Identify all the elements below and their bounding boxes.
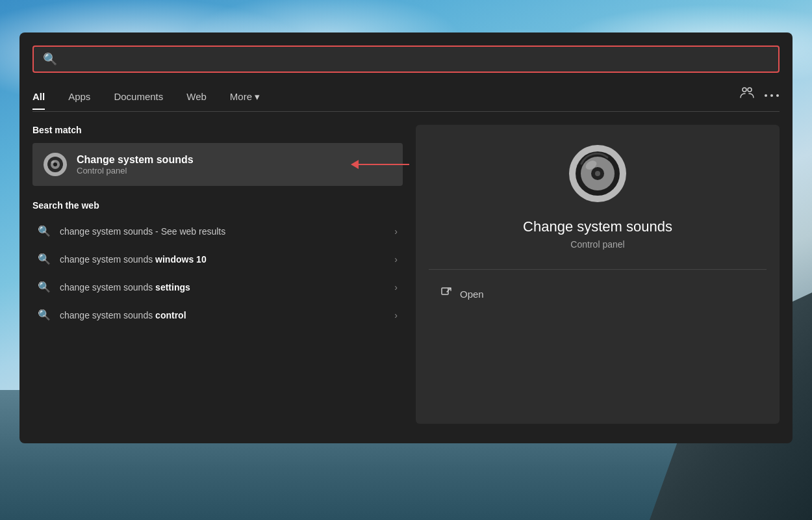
open-action[interactable]: Open [435,280,760,307]
best-match-label: Best match [32,125,403,135]
tabs-right-icons [739,84,780,111]
web-search-text-2: change system sounds windows 10 [60,254,385,265]
search-panel: 🔍 change system sounds All Apps Document… [19,32,793,443]
web-search-icon-4: 🔍 [38,309,51,321]
open-label: Open [460,289,484,300]
tab-all[interactable]: All [32,86,57,110]
chevron-down-icon: ▾ [255,91,260,103]
web-search-text-4: change system sounds control [60,310,385,320]
tab-web[interactable]: Web [175,86,218,110]
search-web-label: Search the web [32,200,403,211]
tabs-row: All Apps Documents Web More ▾ [32,84,780,112]
web-search-text-3: change system sounds settings [60,282,385,292]
tab-more-label: More [230,91,252,102]
search-icon: 🔍 [43,52,57,66]
arrow-line [357,164,409,165]
best-match-subtitle: Control panel [77,166,194,176]
right-panel-actions: Open [429,270,767,318]
best-match-title: Change system sounds [77,154,194,166]
chevron-right-icon-1: › [394,226,398,237]
svg-point-3 [770,94,773,97]
tab-documents[interactable]: Documents [102,86,175,110]
svg-point-2 [765,94,767,97]
web-search-item-2[interactable]: 🔍 change system sounds windows 10 › [32,245,403,273]
right-panel-title: Change system sounds [523,218,672,235]
web-search-icon-3: 🔍 [38,281,51,293]
web-search-item-3[interactable]: 🔍 change system sounds settings › [32,273,403,301]
left-panel: Best match Change system sounds Control … [32,125,403,424]
svg-point-1 [748,88,752,92]
chevron-right-icon-4: › [394,310,398,320]
user-icon-button[interactable] [739,84,755,103]
chevron-right-icon-2: › [394,254,398,265]
search-input[interactable]: change system sounds [64,53,769,66]
best-match-item[interactable]: Change system sounds Control panel [32,143,403,186]
more-options-button[interactable] [764,87,780,101]
svg-point-8 [53,162,57,166]
web-search-item-4[interactable]: 🔍 change system sounds control › [32,301,403,329]
svg-point-0 [742,88,746,92]
web-search-icon-1: 🔍 [38,225,51,237]
arrow-annotation [351,160,409,169]
svg-point-14 [595,171,600,176]
right-panel-subtitle: Control panel [570,239,624,250]
right-panel: Change system sounds Control panel Open [416,125,780,424]
right-panel-speaker-icon [568,144,627,205]
open-icon [440,287,452,301]
web-search-text-1: change system sounds - See web results [60,226,385,237]
tab-more[interactable]: More ▾ [218,86,272,110]
tab-apps[interactable]: Apps [57,86,102,110]
best-match-text: Change system sounds Control panel [77,154,194,176]
search-bar: 🔍 change system sounds [32,46,780,73]
svg-point-4 [776,94,779,97]
chevron-right-icon-3: › [394,282,398,292]
web-search-item-1[interactable]: 🔍 change system sounds - See web results… [32,217,403,245]
content-area: Best match Change system sounds Control … [32,125,780,424]
web-search-icon-2: 🔍 [38,253,51,265]
best-match-speaker-icon [43,152,68,177]
